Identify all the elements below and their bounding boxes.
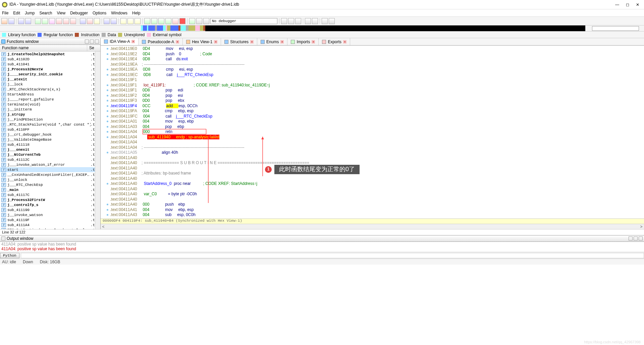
disasm-line[interactable]: .text:00411A04 <box>110 140 644 145</box>
function-row[interactable]: fj_strcpy.t <box>0 112 95 117</box>
function-row[interactable]: fsub_41112C.t <box>0 157 95 162</box>
disasm-line[interactable]: .text:00411A41 004 mov ebp, esp <box>110 207 644 213</box>
horizontal-scrollbar[interactable]: <> <box>101 224 644 229</box>
function-row[interactable]: fj__NtCurrentTeb.t <box>0 152 95 157</box>
menu-help[interactable]: Help <box>132 11 141 15</box>
disasm-line[interactable]: .text:00411A40 <box>110 155 644 161</box>
output-pin-icon[interactable] <box>634 236 638 240</box>
disassembly-view[interactable]: .text:004119E0 0D4 mov esi, esp .text:00… <box>101 46 644 218</box>
function-row[interactable]: fsub_411118.t <box>0 142 95 147</box>
disasm-line[interactable]: .text:004119E4 0D8 call ds:exit <box>110 57 644 62</box>
python-button[interactable]: Python <box>0 253 19 258</box>
disasm-line[interactable]: .text:00411A40 000 push ebp <box>110 202 644 207</box>
disasm-line[interactable]: .text:004119F4 0CC add esp, 0CCh <box>110 104 644 109</box>
tb-btn[interactable] <box>158 18 164 24</box>
tb-btn[interactable] <box>63 18 69 24</box>
panel-menu-icon[interactable] <box>85 40 89 44</box>
disasm-line[interactable]: .text:00411A40 <box>110 197 644 202</box>
menu-debugger[interactable]: Debugger <box>70 11 88 15</box>
disasm-line[interactable]: .text:00411A40 ; Attributes: bp-based fr… <box>110 171 644 176</box>
disasm-line[interactable]: .text:00411A03 004 pop ebp <box>110 124 644 130</box>
function-row[interactable]: fj__crt_debugger_hook.t <box>0 132 95 137</box>
tab-exports[interactable]: Exports× <box>319 38 350 45</box>
tb-btn[interactable] <box>172 18 178 24</box>
cancel-button[interactable] <box>179 18 185 24</box>
tab-enums[interactable]: Enums× <box>257 38 287 45</box>
disasm-line[interactable]: .text:004119F1 0D8 pop edi <box>110 88 644 93</box>
menu-file[interactable]: File <box>2 11 8 15</box>
function-row[interactable]: fsub_41119F.t <box>0 217 95 222</box>
function-row[interactable]: fj_Process32NextW.t <box>0 67 95 72</box>
output-body[interactable]: 411A04: positive sp value has been found… <box>0 242 644 252</box>
tb-btn[interactable] <box>104 18 110 24</box>
function-row[interactable]: fj__invoke_watson.t <box>0 212 95 217</box>
menu-options[interactable]: Options <box>93 11 106 15</box>
disasm-line[interactable]: .text:00411A40 ; =============== S U B R… <box>110 160 644 166</box>
function-row[interactable]: fstart.t <box>0 167 95 172</box>
disasm-line[interactable]: .text:00411A43 004 sub esp, 0C0h <box>110 212 644 218</box>
disasm-line[interactable]: .text:00411A49 0C4 push ebx <box>110 218 644 219</box>
menu-search[interactable]: Search <box>39 11 52 15</box>
run-button[interactable] <box>189 18 195 24</box>
disasm-line[interactable]: .text:004119FA 004 cmp ebp, esp <box>110 109 644 114</box>
pause-button[interactable] <box>196 18 202 24</box>
disasm-line[interactable]: .text:004119E0 0D4 mov esi, esp <box>110 46 644 52</box>
tb-btn[interactable] <box>120 18 126 24</box>
menu-windows[interactable]: Windows <box>111 11 127 15</box>
tab-close-icon[interactable]: × <box>312 40 315 44</box>
function-row[interactable]: f__CxxUnhandledExceptionFilter(_EXCEP….t <box>0 172 95 177</box>
menu-view[interactable]: View <box>57 11 65 15</box>
function-row[interactable]: fj__controlfp_s.t <box>0 202 95 207</box>
maximize-button[interactable]: ◻ <box>626 2 629 7</box>
disasm-line[interactable]: .text:004119F3 0D0 pop ebx <box>110 98 644 104</box>
panel-pin-icon[interactable] <box>90 40 94 44</box>
stop-button[interactable] <box>203 18 209 24</box>
function-row[interactable]: f_RTC_CheckStackVars(x,x).t <box>0 87 95 92</box>
function-row[interactable]: fj__atexit.t <box>0 77 95 82</box>
tb-btn[interactable] <box>42 18 48 24</box>
output-close-icon[interactable] <box>639 236 643 240</box>
tb-btn[interactable] <box>94 18 100 24</box>
command-input[interactable] <box>21 253 644 258</box>
tb-btn[interactable] <box>87 18 93 24</box>
function-row[interactable]: fj__ValidateImageBase.t <box>0 137 95 142</box>
disasm-line[interactable]: .text:004119FC 004 call j___RTC_CheckEsp <box>110 114 644 119</box>
disasm-line[interactable]: .text:00411A05 align 40h <box>110 150 644 155</box>
disasm-line[interactable]: .text:004119EA 0D8 cmp esi, esp <box>110 67 644 72</box>
back-button[interactable] <box>18 18 24 24</box>
tab-close-icon[interactable]: × <box>131 40 135 43</box>
close-button[interactable]: ✕ <box>636 2 639 7</box>
tb-btn[interactable] <box>305 18 311 24</box>
tb-btn[interactable] <box>70 18 76 24</box>
function-row[interactable]: fj__lock.t <box>0 82 95 87</box>
functions-scrollbar[interactable] <box>95 52 100 229</box>
tab-imports[interactable]: Imports× <box>287 38 319 45</box>
disasm-line[interactable]: .text:004119E2 0D4 push 0 ; Code <box>110 52 644 57</box>
tb-btn[interactable] <box>312 18 318 24</box>
function-row[interactable]: fj___invoke_watson_if_error.t <box>0 162 95 167</box>
nav-combo[interactable] <box>592 26 639 31</box>
disasm-line[interactable]: .text:004119EC 0D8 call j___RTC_CheckEsp <box>110 72 644 78</box>
open-button[interactable] <box>1 18 7 24</box>
disasm-line[interactable]: .text:00411A04 000 retn <box>110 129 644 135</box>
disasm-line[interactable]: .text:00411A40 var_C0 = byte ptr -0C0h <box>110 192 644 197</box>
tb-btn[interactable] <box>111 18 117 24</box>
disasm-line[interactable]: .text:004119F1 loc_4119F1: ; CODE XREF: … <box>110 83 644 88</box>
function-row[interactable]: fj_CreateToolhelp32Snapshot.t <box>0 52 95 57</box>
tb-btn[interactable] <box>135 18 141 24</box>
tb-btn[interactable] <box>288 18 294 24</box>
tab-pseudocode-a[interactable]: Pseudocode-A× <box>139 38 183 45</box>
function-row[interactable]: fsub_411041.t <box>0 62 95 67</box>
tab-close-icon[interactable]: × <box>214 40 217 44</box>
output-menu-icon[interactable] <box>629 236 633 240</box>
disasm-line[interactable]: .text:00411A40 StartAddress_0 proc near … <box>110 181 644 187</box>
tb-btn[interactable] <box>329 18 335 24</box>
function-row[interactable]: fj_Process32FirstW.t <box>0 197 95 202</box>
disasm-line[interactable]: .text:00411A40 <box>110 166 644 171</box>
tab-ida-view-a[interactable]: IDA View-A× <box>101 38 139 45</box>
functions-header[interactable]: Function name Se <box>0 45 100 52</box>
function-row[interactable]: fterminate(void).t <box>0 102 95 107</box>
tab-close-icon[interactable]: × <box>250 40 254 44</box>
minimize-button[interactable]: — <box>615 2 619 7</box>
tab-structures[interactable]: Structures× <box>221 38 257 45</box>
